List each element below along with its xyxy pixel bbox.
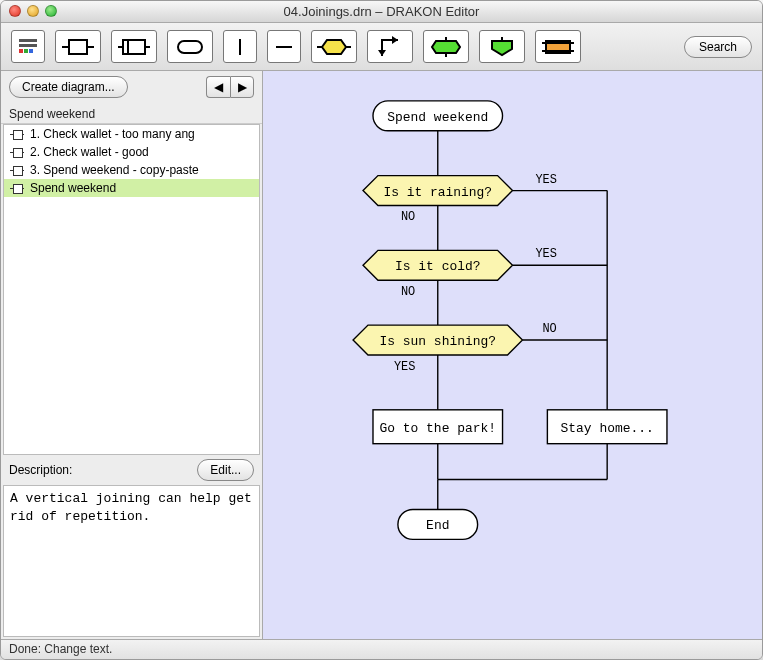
edge-label-no: NO bbox=[401, 210, 415, 224]
chevron-right-icon: ▶ bbox=[238, 80, 247, 94]
action-text: Stay home... bbox=[561, 421, 654, 436]
edge-label-no: NO bbox=[542, 322, 556, 336]
edge-label-no: NO bbox=[401, 285, 415, 299]
sidebar: Create diagram... ◀ ▶ Spend weekend 1. C… bbox=[1, 71, 263, 639]
nav-pair: ◀ ▶ bbox=[206, 76, 254, 98]
body: Create diagram... ◀ ▶ Spend weekend 1. C… bbox=[1, 71, 762, 639]
action-text: Go to the park! bbox=[380, 421, 496, 436]
question-text: Is it cold? bbox=[395, 259, 480, 274]
diagram-item-icon bbox=[10, 165, 24, 175]
svg-marker-15 bbox=[392, 36, 398, 44]
description-text: A vertical joining can help get rid of r… bbox=[3, 485, 260, 637]
svg-marker-16 bbox=[378, 50, 386, 56]
question-text: Is it raining? bbox=[383, 185, 492, 200]
list-item[interactable]: 3. Spend weekend - copy-paste bbox=[4, 161, 259, 179]
edit-description-button[interactable]: Edit... bbox=[197, 459, 254, 481]
edge-label-yes: YES bbox=[394, 360, 416, 374]
close-icon[interactable] bbox=[9, 5, 21, 17]
svg-rect-6 bbox=[69, 40, 87, 54]
end-text: End bbox=[426, 518, 449, 533]
nav-prev-button[interactable]: ◀ bbox=[206, 76, 230, 98]
svg-rect-8 bbox=[123, 40, 145, 54]
window-title: 04.Joinings.drn – DRAKON Editor bbox=[284, 4, 480, 19]
list-item[interactable]: Spend weekend bbox=[4, 179, 259, 197]
description-label: Description: bbox=[9, 463, 72, 477]
svg-marker-21 bbox=[492, 41, 512, 55]
edge-label-yes: YES bbox=[535, 173, 557, 187]
tool-question-icon[interactable] bbox=[311, 30, 357, 63]
tool-start-green-icon[interactable] bbox=[423, 30, 469, 63]
list-item[interactable]: 2. Check wallet - good bbox=[4, 143, 259, 161]
window-controls bbox=[9, 5, 57, 17]
tool-terminal-icon[interactable] bbox=[167, 30, 213, 63]
description-header: Description: Edit... bbox=[1, 455, 262, 485]
tool-insert-icon[interactable] bbox=[535, 30, 581, 63]
tool-vline-icon[interactable] bbox=[223, 30, 257, 63]
svg-rect-1 bbox=[19, 44, 37, 47]
diagram-title-text: Spend weekend bbox=[387, 110, 488, 125]
sidebar-top: Create diagram... ◀ ▶ bbox=[1, 71, 262, 103]
status-bar: Done: Change text. bbox=[1, 639, 762, 659]
toolbar: Search bbox=[1, 23, 762, 71]
svg-rect-4 bbox=[29, 49, 33, 53]
diagram-section-label: Spend weekend bbox=[1, 103, 262, 124]
zoom-icon[interactable] bbox=[45, 5, 57, 17]
list-item-label: 3. Spend weekend - copy-paste bbox=[30, 163, 199, 177]
minimize-icon[interactable] bbox=[27, 5, 39, 17]
tool-action-icon[interactable] bbox=[55, 30, 101, 63]
titlebar: 04.Joinings.drn – DRAKON Editor bbox=[1, 1, 762, 23]
tool-action-alt-icon[interactable] bbox=[111, 30, 157, 63]
svg-rect-10 bbox=[178, 41, 202, 53]
create-diagram-button[interactable]: Create diagram... bbox=[9, 76, 128, 98]
search-button[interactable]: Search bbox=[684, 36, 752, 58]
diagram-canvas[interactable]: Spend weekend Is it raining? YES NO Is i… bbox=[263, 71, 762, 639]
list-item-label: Spend weekend bbox=[30, 181, 116, 195]
tool-end-green-icon[interactable] bbox=[479, 30, 525, 63]
svg-rect-0 bbox=[19, 39, 37, 42]
svg-marker-18 bbox=[432, 41, 460, 53]
diagram-item-icon bbox=[10, 183, 24, 193]
tool-hline-icon[interactable] bbox=[267, 30, 301, 63]
list-item-label: 2. Check wallet - good bbox=[30, 145, 149, 159]
diagram-tree[interactable]: 1. Check wallet - too many ang 2. Check … bbox=[3, 124, 260, 455]
app-window: 04.Joinings.drn – DRAKON Editor bbox=[0, 0, 763, 660]
status-text: Done: Change text. bbox=[9, 642, 112, 656]
diagram-item-icon bbox=[10, 129, 24, 139]
chevron-left-icon: ◀ bbox=[214, 80, 223, 94]
svg-rect-3 bbox=[24, 49, 28, 53]
question-text: Is sun shining? bbox=[380, 334, 496, 349]
diagram-item-icon bbox=[10, 147, 24, 157]
list-item[interactable]: 1. Check wallet - too many ang bbox=[4, 125, 259, 143]
nav-next-button[interactable]: ▶ bbox=[230, 76, 254, 98]
tool-palette-icon[interactable] bbox=[11, 30, 45, 63]
edge-label-yes: YES bbox=[535, 247, 557, 261]
list-item-label: 1. Check wallet - too many ang bbox=[30, 127, 195, 141]
svg-marker-14 bbox=[322, 40, 346, 54]
tool-branch-icon[interactable] bbox=[367, 30, 413, 63]
svg-rect-2 bbox=[19, 49, 23, 53]
